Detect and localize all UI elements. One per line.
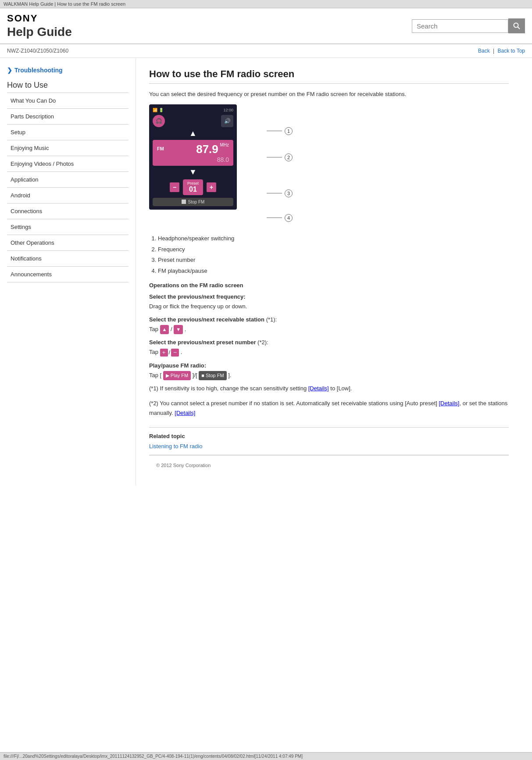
note-2: (*2) You cannot select a preset number i…: [149, 399, 509, 418]
callout-2-text: Frequency: [158, 246, 185, 253]
callout-2: 2: [267, 153, 293, 161]
op4-bold: Play/pause FM radio:: [149, 362, 206, 369]
op2-bold: Select the previous/next receivable stat…: [149, 316, 264, 323]
callout-4-text: FM playback/pause: [158, 268, 207, 274]
related-topic-label: Related topic: [149, 433, 509, 439]
plus-button[interactable]: +: [160, 349, 168, 357]
fm-sub-frequency: 88.0: [157, 156, 229, 163]
op1-bold: Select the previous/next frequency:: [149, 293, 246, 300]
sub-header: NWZ-Z1040/Z1050/Z1060 Back | Back to Top: [0, 44, 532, 58]
details-link-1[interactable]: [Details]: [308, 385, 329, 392]
op4-slash: ]/[: [193, 372, 197, 378]
fm-preset-minus-button[interactable]: −: [170, 182, 179, 192]
list-item: FM playback/pause: [158, 267, 509, 276]
fm-up-arrow[interactable]: ▲: [153, 129, 233, 138]
fm-headphone-button[interactable]: 🎧: [153, 115, 165, 127]
fm-label: FM: [157, 146, 164, 151]
back-to-top-link[interactable]: Back to Top: [498, 48, 525, 54]
list-item: Other Operations: [7, 235, 129, 251]
list-item: Application: [7, 172, 129, 188]
sidebar-item-enjoying-videos[interactable]: Enjoying Videos / Photos: [7, 156, 129, 171]
sidebar-item-notifications[interactable]: Notifications: [7, 251, 129, 266]
fm-screen: 📶 🔋 12:00 🎧 🔊: [149, 104, 237, 210]
sidebar-item-application[interactable]: Application: [7, 172, 129, 187]
minus-button[interactable]: −: [171, 349, 179, 357]
callout-3: 3: [267, 189, 293, 197]
fm-stop-button[interactable]: Stop FM: [153, 198, 233, 206]
wifi-icon: 📶: [153, 108, 157, 112]
fm-clock: 12:00: [223, 108, 233, 112]
sidebar-item-what-you-can-do[interactable]: What You Can Do: [7, 93, 129, 108]
model-number: NWZ-Z1040/Z1050/Z1060: [7, 48, 68, 54]
fm-speaker-button[interactable]: 🔊: [221, 115, 233, 127]
operations-title: Operations on the FM radio screen: [149, 282, 509, 289]
sidebar: ❯ Troubleshooting How to Use What You Ca…: [0, 58, 136, 485]
search-area: [412, 18, 525, 33]
operation-3: Select the previous/next preset number (…: [149, 338, 509, 357]
list-item: Notifications: [7, 251, 129, 267]
sidebar-item-announcements[interactable]: Announcements: [7, 267, 129, 282]
list-item: Preset number: [158, 256, 509, 265]
fm-stop-label: Stop FM: [188, 200, 205, 204]
callout-number-4: 4: [285, 214, 293, 222]
fm-screen-image: 📶 🔋 12:00 🎧 🔊: [149, 104, 237, 210]
svg-point-0: [514, 23, 518, 28]
play-fm-button[interactable]: ▶ Play FM: [163, 371, 191, 380]
callout-4: 4: [267, 214, 293, 222]
copyright: © 2012 Sony Corporation: [156, 463, 211, 468]
sidebar-item-setup[interactable]: Setup: [7, 125, 129, 140]
search-icon: [513, 22, 520, 29]
troubleshooting-link[interactable]: ❯ Troubleshooting: [7, 67, 129, 74]
sidebar-item-other-operations[interactable]: Other Operations: [7, 235, 129, 250]
op2-period: .: [185, 326, 186, 332]
svg-line-1: [518, 27, 520, 29]
intro-text: You can select the desired frequency or …: [149, 90, 509, 99]
sidebar-item-enjoying-music[interactable]: Enjoying Music: [7, 140, 129, 156]
list-item: Android: [7, 188, 129, 203]
operation-1: Select the previous/next frequency: Drag…: [149, 292, 509, 311]
list-item: Headphone/speaker switching: [158, 234, 509, 243]
op3-period: .: [181, 349, 182, 355]
down-arrow-button[interactable]: ▼: [174, 325, 183, 334]
fm-header-row: 🎧 🔊: [153, 115, 233, 127]
content-area: How to use the FM radio screen You can s…: [136, 58, 522, 485]
op3-text: Tap: [149, 349, 160, 355]
search-button[interactable]: [508, 18, 525, 33]
list-item: Parts Description: [7, 109, 129, 125]
details-link-2[interactable]: [Details]: [439, 400, 459, 407]
sony-logo: SONY: [7, 13, 72, 24]
op4-text: Tap [: [149, 372, 161, 378]
list-item: Announcements: [7, 267, 129, 282]
browser-title-bar: WALKMAN Help Guide | How to use the FM r…: [0, 0, 532, 8]
callout-1: 1: [267, 127, 293, 135]
sidebar-item-settings[interactable]: Settings: [7, 219, 129, 235]
up-arrow-button[interactable]: ▲: [160, 325, 169, 334]
fm-down-arrow[interactable]: ▼: [153, 168, 233, 177]
fm-preset-plus-button[interactable]: +: [207, 182, 216, 192]
sidebar-item-android[interactable]: Android: [7, 188, 129, 203]
fm-preset-number: 01: [187, 186, 199, 193]
sidebar-item-parts-description[interactable]: Parts Description: [7, 109, 129, 124]
fm-preset-area: − Preset 01 +: [153, 179, 233, 195]
fm-frequency-area: FM 87.9 MHz 88.0: [153, 140, 233, 166]
back-link[interactable]: Back: [478, 48, 490, 54]
troubleshooting-label: Troubleshooting: [14, 67, 63, 74]
headphone-icon: 🎧: [156, 118, 162, 124]
nav-separator: |: [493, 48, 496, 54]
battery-icon: 🔋: [159, 108, 164, 112]
sidebar-item-connections[interactable]: Connections: [7, 203, 129, 219]
chevron-right-icon: ❯: [7, 67, 12, 74]
how-to-use-heading: How to Use: [7, 81, 129, 93]
op1-text: Drag or flick the frequency up or down.: [149, 303, 247, 310]
details-link-3[interactable]: [Details]: [175, 410, 195, 416]
search-input[interactable]: [412, 19, 508, 33]
operation-2: Select the previous/next receivable stat…: [149, 315, 509, 334]
note-1: (*1) If sensitivity is too high, change …: [149, 384, 509, 393]
op2-slash: /: [171, 326, 174, 332]
fm-mhz-label: MHz: [220, 143, 229, 147]
sub-header-nav: Back | Back to Top: [478, 48, 525, 54]
stop-fm-button[interactable]: ■ Stop FM: [199, 371, 226, 380]
main-layout: ❯ Troubleshooting How to Use What You Ca…: [0, 58, 532, 485]
callout-1-text: Headphone/speaker switching: [158, 235, 234, 242]
related-link[interactable]: Listening to FM radio: [149, 443, 202, 450]
